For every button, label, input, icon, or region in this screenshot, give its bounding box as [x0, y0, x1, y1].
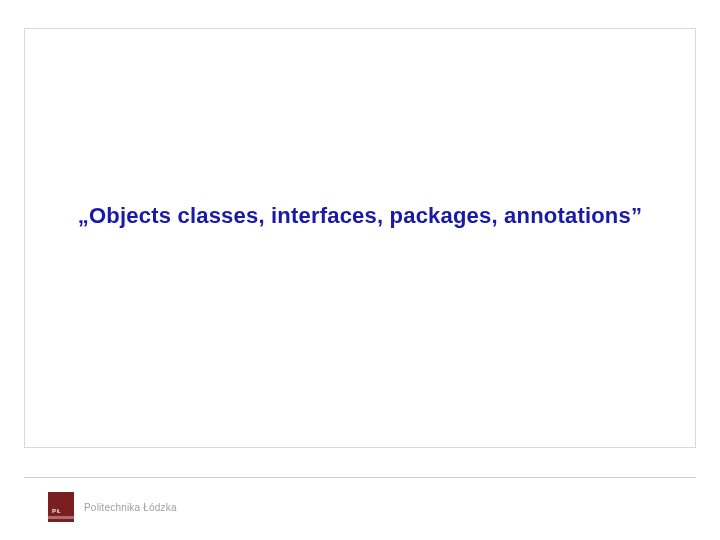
university-logo-icon: PŁ: [48, 492, 74, 522]
footer-divider: [24, 477, 696, 478]
university-name: Politechnika Łódzka: [84, 502, 177, 513]
logo-text: PŁ: [52, 508, 62, 514]
slide-title: „Objects classes, interfaces, packages, …: [25, 203, 695, 229]
content-frame: „Objects classes, interfaces, packages, …: [24, 28, 696, 448]
slide: „Objects classes, interfaces, packages, …: [0, 0, 720, 540]
footer: PŁ Politechnika Łódzka: [48, 492, 177, 522]
